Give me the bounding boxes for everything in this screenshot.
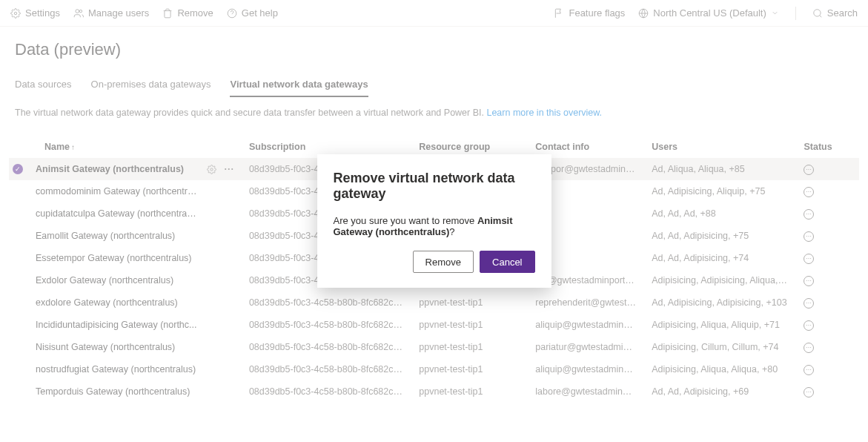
modal-overlay: Remove virtual network data gateway Are … bbox=[0, 0, 868, 442]
dialog-message: Are you sure you want to remove Animsit … bbox=[334, 215, 535, 237]
remove-gateway-dialog: Remove virtual network data gateway Are … bbox=[317, 154, 551, 288]
dialog-remove-button[interactable]: Remove bbox=[413, 251, 474, 273]
dialog-title: Remove virtual network data gateway bbox=[334, 171, 535, 202]
dialog-cancel-button[interactable]: Cancel bbox=[480, 251, 534, 273]
